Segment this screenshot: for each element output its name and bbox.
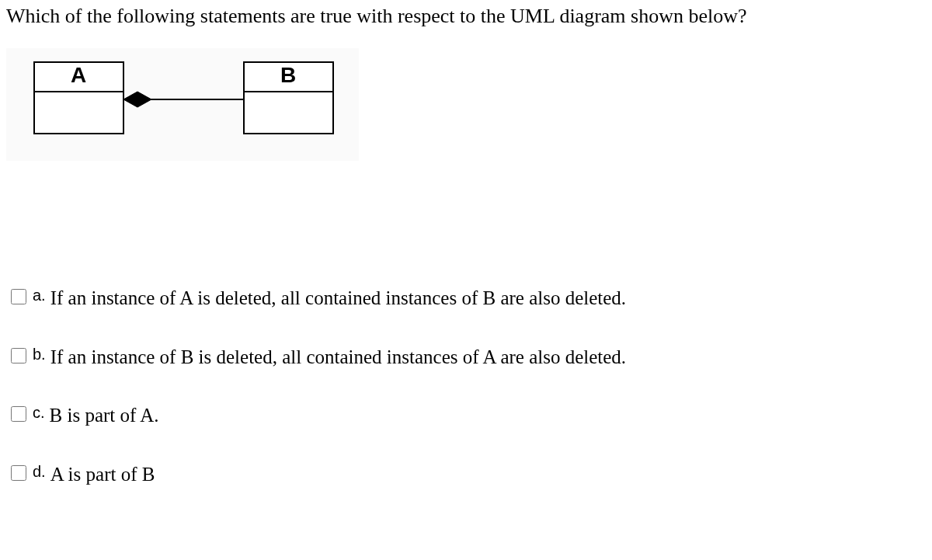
option-a-checkbox[interactable]	[11, 289, 26, 304]
option-d-text: A is part of B	[50, 461, 155, 488]
options-list: a. If an instance of A is deleted, all c…	[6, 285, 926, 488]
option-a-letter: a.	[33, 285, 46, 306]
option-b-text: If an instance of B is deleted, all cont…	[50, 344, 626, 370]
class-b-label: B	[280, 63, 296, 87]
option-a-text: If an instance of A is deleted, all cont…	[50, 285, 626, 311]
option-d: d. A is part of B	[6, 461, 926, 488]
option-b-checkbox[interactable]	[11, 348, 26, 363]
option-c: c. B is part of A.	[6, 402, 926, 429]
composition-diamond-icon	[123, 92, 151, 107]
uml-svg: A B	[11, 53, 345, 142]
question-text: Which of the following statements are tr…	[6, 3, 926, 30]
option-b: b. If an instance of B is deleted, all c…	[6, 344, 926, 370]
class-a: A	[34, 62, 123, 134]
option-d-letter: d.	[33, 461, 46, 482]
option-d-checkbox[interactable]	[11, 465, 26, 481]
option-b-letter: b.	[33, 344, 46, 365]
option-c-checkbox[interactable]	[11, 406, 26, 422]
class-a-label: A	[71, 63, 86, 87]
option-a: a. If an instance of A is deleted, all c…	[6, 285, 926, 311]
uml-diagram: A B	[6, 48, 359, 161]
option-c-text: B is part of A.	[50, 402, 159, 429]
option-c-letter: c.	[33, 402, 45, 423]
class-b: B	[244, 62, 333, 134]
